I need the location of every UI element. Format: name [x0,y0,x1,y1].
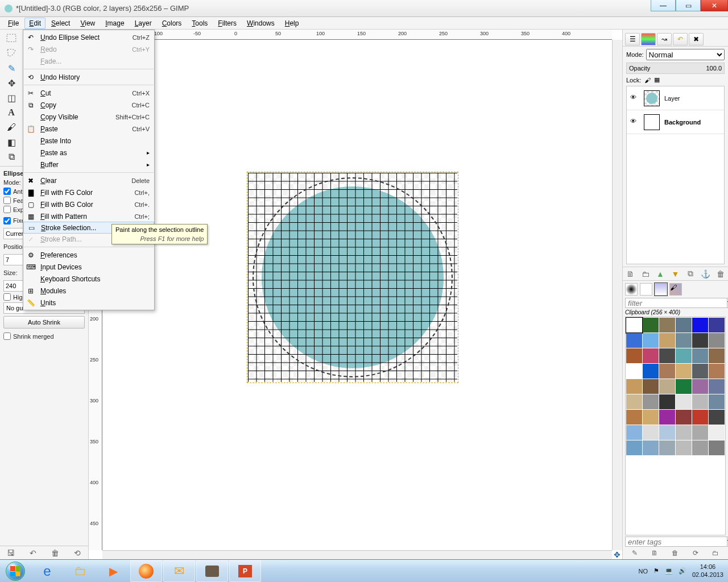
taskbar-media-icon[interactable]: ▶ [97,560,129,582]
pattern-swatch[interactable] [692,348,708,363]
close-button[interactable]: ✕ [701,0,728,11]
pattern-swatch[interactable] [709,440,725,455]
pattern-swatch[interactable] [709,333,725,348]
edit-menu-fill-with-bg-color[interactable]: ▢Fill with BG ColorCtrl+. [23,198,154,210]
tool-color-picker[interactable]: ✎ [6,63,17,74]
pattern-refresh-icon[interactable]: ⟳ [693,549,698,557]
menu-image[interactable]: Image [101,18,129,29]
menu-view[interactable]: View [76,18,100,29]
pattern-swatch[interactable] [626,364,642,379]
edit-menu-units[interactable]: 📏Units [23,297,154,309]
pattern-swatch[interactable] [692,379,708,394]
menu-edit[interactable]: Edit [24,18,46,29]
fixed-checkbox[interactable] [3,217,11,225]
pattern-swatch[interactable] [626,318,642,332]
pattern-swatch[interactable] [643,379,659,394]
pattern-swatch[interactable] [709,379,725,394]
layer-up-icon[interactable]: ▲ [655,269,665,279]
layer-down-icon[interactable]: ▼ [670,269,680,279]
taskbar-explorer-icon[interactable]: 🗀 [64,560,96,582]
pattern-swatch[interactable] [626,348,642,363]
shrink-merged-checkbox[interactable] [3,332,11,340]
maximize-button[interactable]: ▭ [676,0,701,11]
tool-rect-select[interactable] [6,33,17,44]
edit-menu-fill-with-fg-color[interactable]: ▇Fill with FG ColorCtrl+, [23,186,154,198]
tab-layers-icon[interactable]: ☰ [625,33,640,45]
tool-text[interactable]: A [6,107,17,118]
edit-menu-preferences[interactable]: ⚙Preferences [23,249,154,261]
navigation-cross-icon[interactable]: ✥ [612,550,622,559]
edit-menu-clear[interactable]: ✖ClearDelete [23,174,154,186]
edit-menu-keyboard-shortcuts[interactable]: Keyboard Shortcuts [23,273,154,285]
pattern-swatch[interactable] [643,425,659,440]
tool-eraser[interactable]: ◧ [6,136,17,148]
edit-menu-buffer[interactable]: Buffer▸ [23,159,154,171]
pattern-open-icon[interactable]: 🗀 [712,549,719,557]
edit-menu-paste-into[interactable]: Paste Into [23,135,154,147]
tray-volume-icon[interactable]: 🔊 [679,567,686,575]
menu-select[interactable]: Select [47,18,75,29]
edit-menu-undo-ellipse-select[interactable]: ↶Undo Ellipse SelectCtrl+Z [23,31,154,43]
layer-row[interactable]: 👁Background [627,110,724,134]
tab-undo-icon[interactable]: ↶ [673,33,688,45]
pattern-swatch[interactable] [692,333,708,348]
pattern-swatch[interactable] [692,440,708,455]
pattern-swatch[interactable] [659,364,675,379]
pattern-swatch[interactable] [626,333,642,348]
pattern-swatch[interactable] [643,410,659,425]
pattern-edit-icon[interactable]: ✎ [632,549,638,557]
lock-pixels-icon[interactable]: 🖌 [644,77,651,84]
taskbar-outlook-icon[interactable]: ✉ [163,560,195,582]
layer-new-icon[interactable]: 🗎 [625,269,635,279]
pattern-swatch[interactable] [709,348,725,363]
tab-brushes-icon[interactable]: ✖ [689,33,704,45]
pattern-swatch[interactable] [676,410,692,425]
tray-clock[interactable]: 14:06 02.04.2013 [692,563,723,578]
pattern-swatch[interactable] [659,425,675,440]
layer-group-icon[interactable]: 🗀 [640,269,651,279]
tool-free-select[interactable] [6,48,17,59]
pattern-swatch[interactable] [643,364,659,379]
pattern-new-icon[interactable]: 🗎 [651,549,658,557]
pattern-swatch[interactable] [709,318,725,332]
edit-menu-cut[interactable]: ✂CutCtrl+X [23,87,154,99]
taskbar-gimp-icon[interactable] [196,560,228,582]
menu-tools[interactable]: Tools [187,18,212,29]
auto-shrink-button[interactable]: Auto Shrink [3,316,85,329]
layer-anchor-icon[interactable]: ⚓ [700,269,710,279]
toolopt-delete-icon[interactable]: 🗑 [50,548,60,558]
pattern-swatch[interactable] [626,425,642,440]
pattern-swatch[interactable] [692,394,708,409]
taskbar-powerpoint-icon[interactable]: P [229,560,261,582]
pattern-swatch[interactable] [643,440,659,455]
toolopt-restore-icon[interactable]: ↶ [28,548,38,558]
tab-channels-icon[interactable] [641,33,656,45]
pattern-swatch[interactable] [709,410,725,425]
pattern-swatch[interactable] [659,333,675,348]
tool-clone[interactable]: ⧉ [6,151,17,163]
pattern-swatch[interactable] [692,410,708,425]
layer-duplicate-icon[interactable]: ⧉ [685,269,696,279]
expand-checkbox[interactable] [3,206,11,213]
pattern-tags-input[interactable] [625,537,727,547]
edit-menu-fill-with-pattern[interactable]: ▦Fill with PatternCtrl+; [23,210,154,222]
tab-pattern-icon[interactable] [640,283,652,296]
menu-filters[interactable]: Filters [213,18,241,29]
pattern-swatch[interactable] [676,425,692,440]
tray-flag-icon[interactable]: ⚑ [653,567,659,575]
pattern-swatch[interactable] [643,348,659,363]
minimize-button[interactable]: — [651,0,676,11]
pattern-swatch[interactable] [626,410,642,425]
pattern-swatch[interactable] [676,333,692,348]
pattern-swatch[interactable] [692,425,708,440]
taskbar-ie-icon[interactable]: e [31,560,63,582]
toolopt-reset-icon[interactable]: ⟲ [72,548,82,558]
menu-colors[interactable]: Colors [158,18,187,29]
menu-file[interactable]: File [3,18,23,29]
layer-mode-select[interactable]: Normal [646,49,725,60]
pattern-swatch[interactable] [692,364,708,379]
pattern-swatch[interactable] [659,379,675,394]
pattern-swatch[interactable] [659,318,675,332]
tool-crop[interactable]: ◫ [6,92,17,103]
taskbar-firefox-icon[interactable] [130,560,162,582]
